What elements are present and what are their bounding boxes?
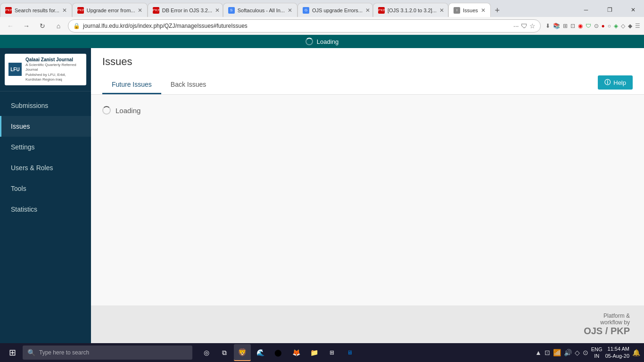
browser-tab-5[interactable]: G OJS upgrade Errors... ✕ [297, 3, 373, 17]
tab-title-7: Issues [463, 8, 478, 13]
browser-tab-3[interactable]: PKP DB Error in OJS 3.2... ✕ [148, 3, 223, 17]
tray-icon-1[interactable]: ⊡ [545, 349, 550, 356]
sidebar-item-tools[interactable]: Tools [0, 178, 91, 199]
taskbar-app-brave[interactable]: 🦁 [234, 344, 251, 361]
taskbar-clock[interactable]: 11:54 AM 05-Aug-20 [605, 346, 629, 360]
taskbar-lang: ENG IN [591, 346, 603, 360]
taskbar-app-edge[interactable]: 🌊 [252, 344, 269, 361]
window-controls: ─ ❐ ✕ [575, 3, 644, 17]
page-layout: LFU Qalaai Zanist Journal A Scientific Q… [0, 48, 644, 343]
back-button[interactable]: ← [4, 19, 17, 33]
loading-spinner [305, 38, 313, 45]
browser-tab-1[interactable]: PKP Search results for... ✕ [0, 3, 72, 17]
footer-brand: Platform & workflow by OJS / PKP [584, 313, 630, 337]
tab-favicon-1: PKP [5, 7, 12, 14]
sidebar-item-settings[interactable]: Settings [0, 137, 91, 157]
tab-favicon-6: PKP [378, 7, 385, 14]
sidebar-item-statistics[interactable]: Statistics [0, 199, 91, 220]
sidebar-item-issues[interactable]: Issues [0, 116, 91, 137]
url-icons: ··· 🛡 ☆ [513, 22, 536, 30]
start-button[interactable]: ⊞ [4, 344, 21, 361]
extension-icon-3: ○ [608, 23, 611, 29]
taskbar-search-icon: 🔍 [27, 349, 35, 356]
content-tabs-nav: Future Issues Back Issues [102, 76, 215, 94]
tray-up-arrow[interactable]: ▲ [535, 349, 542, 356]
tab-favicon-7: I [454, 7, 460, 14]
new-tab-button[interactable]: + [491, 4, 504, 17]
content-loading-text: Loading [116, 107, 140, 115]
taskbar-time: 11:54 AM [605, 346, 629, 353]
browser-tab-6[interactable]: PKP [OJS 3.1.2.0 to 3.2]... ✕ [373, 3, 448, 17]
taskbar-search[interactable]: 🔍 Type here to search [23, 346, 192, 360]
taskbar-app-9[interactable]: 🖥 [341, 344, 358, 361]
taskbar-app-chrome[interactable]: ⬤ [270, 344, 287, 361]
tray-icon-5[interactable]: ⊙ [583, 349, 588, 356]
footer-logo: OJS / PKP [584, 326, 630, 337]
star-icon[interactable]: ☆ [529, 22, 536, 30]
tray-dropbox[interactable]: ◇ [575, 349, 580, 356]
sidebar-item-label-tools: Tools [11, 185, 26, 192]
tabs-bar: PKP Search results for... ✕ PKP Upgrade … [0, 0, 644, 17]
reader-view-icon[interactable]: ⊞ [563, 23, 568, 29]
taskbar-app-taskview[interactable]: ⧉ [216, 344, 233, 361]
tab-favicon-2: PKP [77, 7, 84, 14]
logo-published-by: Published by LFU, Erbil, Kurdistan Regio… [25, 73, 83, 82]
taskbar: ⊞ 🔍 Type here to search ◎ ⧉ 🦁 🌊 ⬤ 🦊 📁 ⊞ … [0, 343, 644, 362]
taskbar-apps: ◎ ⧉ 🦁 🌊 ⬤ 🦊 📁 ⊞ 🖥 [198, 344, 358, 361]
extension-icon-6: ◆ [628, 23, 632, 29]
taskbar-app-firefox[interactable]: 🦊 [288, 344, 305, 361]
taskbar-app-cortana[interactable]: ◎ [198, 344, 215, 361]
tab-future-issues[interactable]: Future Issues [102, 76, 161, 94]
sidebar-item-label-statistics: Statistics [11, 206, 37, 213]
more-icon[interactable]: ··· [513, 22, 519, 30]
notifications-icon[interactable]: 🔔 [632, 349, 640, 356]
logo-subtitle: A Scientific Quarterly Referred Journal [25, 63, 83, 73]
sidebar-item-users-roles[interactable]: Users & Roles [0, 157, 91, 178]
browser-tab-7[interactable]: I Issues ✕ [448, 3, 491, 17]
forward-button[interactable]: → [20, 19, 33, 33]
taskbar-app-8[interactable]: ⊞ [323, 344, 340, 361]
taskbar-app-files[interactable]: 📁 [305, 344, 322, 361]
maximize-button[interactable]: ❐ [599, 3, 620, 17]
url-bar[interactable]: 🔒 journal.lfu.edu.krd/ojs/index.php/QZJ/… [68, 19, 541, 33]
tray-volume[interactable]: 🔊 [564, 349, 572, 356]
footer-line1: Platform & [584, 313, 630, 319]
tray-icon-2[interactable]: 📶 [553, 349, 561, 356]
tab-title-5: OJS upgrade Errors... [312, 8, 363, 13]
sidebar-item-label-issues: Issues [11, 123, 30, 130]
page-title: Issues [102, 56, 633, 68]
loading-text: Loading [317, 38, 339, 45]
help-button[interactable]: ⓘ Help [598, 75, 633, 90]
main-content: Issues Future Issues Back Issues ⓘ He [91, 48, 644, 343]
tab-close-5[interactable]: ✕ [365, 7, 370, 14]
shield-icon[interactable]: 🛡 [521, 22, 528, 30]
download-icon[interactable]: ⬇ [545, 23, 550, 29]
tab-close-7[interactable]: ✕ [481, 7, 486, 14]
menu-button[interactable]: ☰ [635, 23, 640, 29]
minimize-button[interactable]: ─ [575, 3, 597, 17]
help-icon: ⓘ [604, 78, 611, 87]
content-body: Loading [91, 95, 644, 305]
sidebar-item-label-submissions: Submissions [11, 102, 48, 109]
sidebar-item-label-settings: Settings [11, 143, 35, 151]
footer-line2: workflow by [584, 319, 630, 326]
url-text: journal.lfu.edu.krd/ojs/index.php/QZJ/ma… [83, 23, 511, 29]
close-button[interactable]: ✕ [622, 3, 644, 17]
tab-close-6[interactable]: ✕ [439, 7, 444, 14]
home-button[interactable]: ⌂ [52, 19, 65, 33]
tab-back-issues[interactable]: Back Issues [161, 76, 215, 94]
tab-close-1[interactable]: ✕ [62, 7, 67, 14]
extension-icon-5: ◇ [621, 23, 625, 29]
browser-tab-4[interactable]: S Softaculous - All In... ✕ [223, 3, 297, 17]
pocket-icon[interactable]: ⊡ [570, 23, 575, 29]
tab-close-2[interactable]: ✕ [138, 7, 142, 14]
adblock-icon: ◉ [578, 23, 583, 29]
loading-section: Loading [102, 106, 633, 115]
sidebar-item-submissions[interactable]: Submissions [0, 95, 91, 116]
tab-close-4[interactable]: ✕ [288, 7, 292, 14]
refresh-button[interactable]: ↻ [36, 19, 49, 33]
bookmarks-icon[interactable]: 📚 [553, 23, 560, 29]
extension-icon-4: ◈ [614, 23, 618, 29]
tab-close-3[interactable]: ✕ [215, 7, 220, 14]
browser-tab-2[interactable]: PKP Upgrade error from... ✕ [72, 3, 148, 17]
